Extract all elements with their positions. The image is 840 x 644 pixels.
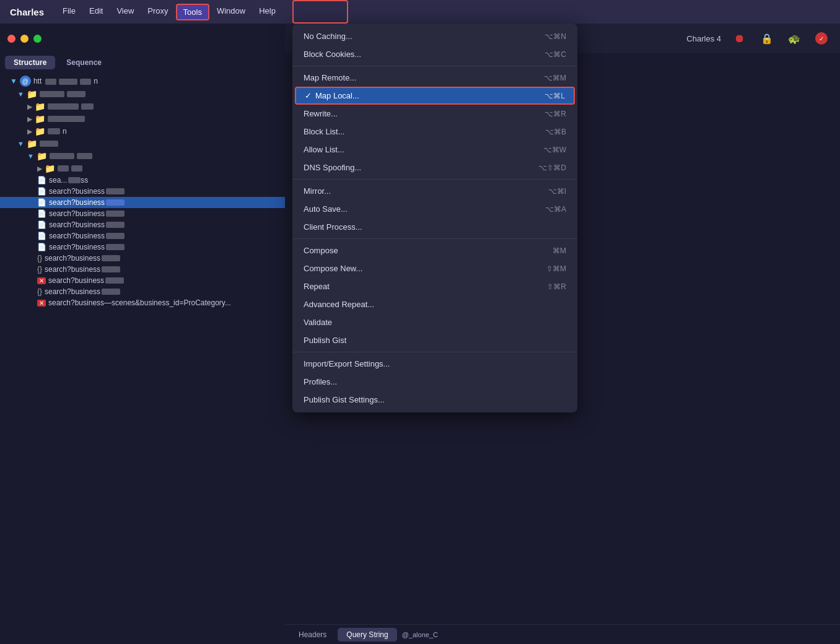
tools-dropdown: No Caching... ⌥⌘N Block Cookies... ⌥⌘C M… <box>292 24 577 412</box>
menu-item-label: Compose <box>304 246 338 255</box>
menu-item-label: No Caching... <box>304 32 352 41</box>
menu-shortcut: ⌥⇧⌘D <box>538 163 566 172</box>
menu-shortcut: ⌥⌘R <box>545 110 566 118</box>
menu-mirror[interactable]: Mirror... ⌥⌘I <box>292 182 577 200</box>
menu-shortcut: ⇧⌘R <box>547 282 566 291</box>
checkmark-icon: ✓ <box>305 91 312 100</box>
menu-compose[interactable]: Compose ⌘M <box>292 242 577 259</box>
menu-allow-list[interactable]: Allow List... ⌥⌘W <box>292 141 577 159</box>
menu-dns-spoofing[interactable]: DNS Spoofing... ⌥⇧⌘D <box>292 159 577 176</box>
menu-publish-gist[interactable]: Publish Gist <box>292 331 577 349</box>
menu-map-local[interactable]: ✓ Map Local... ⌥⌘L <box>295 87 575 105</box>
menu-item-label: Validate <box>304 318 332 327</box>
menu-import-export[interactable]: Import/Export Settings... <box>292 355 577 373</box>
menu-map-remote[interactable]: Map Remote... ⌥⌘M <box>292 69 577 87</box>
menu-repeat[interactable]: Repeat ⇧⌘R <box>292 277 577 295</box>
menu-item-label: Repeat <box>304 282 330 291</box>
menu-profiles[interactable]: Profiles... <box>292 373 577 391</box>
menu-item-label: Profiles... <box>304 377 337 386</box>
menu-shortcut: ⌥⌘N <box>545 32 566 41</box>
menu-item-label: Mirror... <box>304 186 331 196</box>
menu-auto-save[interactable]: Auto Save... ⌥⌘A <box>292 200 577 218</box>
menu-shortcut: ⌥⌘I <box>548 187 566 196</box>
menu-item-label: Allow List... <box>304 145 344 154</box>
menu-shortcut: ⌘M <box>553 246 566 255</box>
menu-shortcut: ⌥⌘W <box>543 146 566 154</box>
menu-client-process[interactable]: Client Process... <box>292 218 577 236</box>
menu-block-list[interactable]: Block List... ⌥⌘B <box>292 123 577 141</box>
menu-item-label: Compose New... <box>304 264 362 273</box>
menu-compose-new[interactable]: Compose New... ⇧⌘M <box>292 259 577 277</box>
menu-shortcut: ⌥⌘C <box>545 50 566 59</box>
menu-item-label: Map Local... <box>315 91 359 100</box>
menu-item-label: Block Cookies... <box>304 50 361 59</box>
menu-shortcut: ⌥⌘B <box>545 128 566 136</box>
menu-validate[interactable]: Validate <box>292 313 577 331</box>
menu-item-label: Rewrite... <box>304 109 338 118</box>
menu-rewrite[interactable]: Rewrite... ⌥⌘R <box>292 105 577 123</box>
menu-item-label: Publish Gist <box>304 336 346 345</box>
menu-item-label: Client Process... <box>304 222 362 232</box>
menu-item-label: Block List... <box>304 127 344 136</box>
menu-item-label: Advanced Repeat... <box>304 300 374 309</box>
dropdown-overlay: No Caching... ⌥⌘N Block Cookies... ⌥⌘C M… <box>0 0 840 644</box>
menu-item-label: Import/Export Settings... <box>304 359 390 368</box>
menu-publish-gist-settings[interactable]: Publish Gist Settings... <box>292 391 577 409</box>
separator-2 <box>292 179 577 180</box>
menu-item-label: Publish Gist Settings... <box>304 395 385 404</box>
separator-3 <box>292 238 577 239</box>
menu-advanced-repeat[interactable]: Advanced Repeat... <box>292 295 577 313</box>
menu-no-caching[interactable]: No Caching... ⌥⌘N <box>292 27 577 45</box>
menu-shortcut: ⌥⌘A <box>545 205 566 214</box>
menu-shortcut: ⌥⌘M <box>544 74 566 82</box>
menu-item-label: Map Remote... <box>304 73 356 82</box>
separator-1 <box>292 66 577 66</box>
menu-shortcut: ⌥⌘L <box>545 92 565 100</box>
separator-4 <box>292 352 577 352</box>
menu-item-label: Auto Save... <box>304 204 348 214</box>
menu-block-cookies[interactable]: Block Cookies... ⌥⌘C <box>292 45 577 63</box>
menu-item-label: DNS Spoofing... <box>304 163 361 172</box>
menu-shortcut: ⇧⌘M <box>546 264 566 273</box>
